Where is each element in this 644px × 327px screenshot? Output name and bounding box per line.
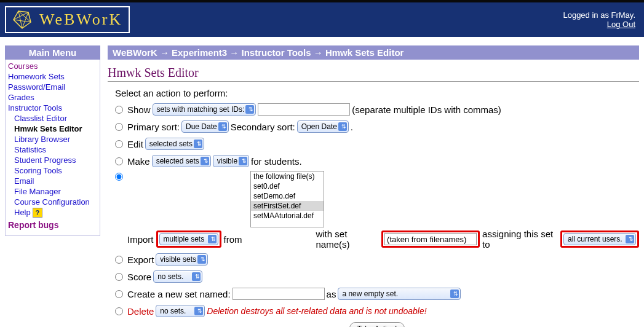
make-sets-select[interactable]: selected sets bbox=[152, 155, 211, 167]
edit-select[interactable]: selected sets bbox=[145, 138, 204, 150]
export-select[interactable]: visible sets bbox=[156, 253, 208, 266]
radio-make[interactable] bbox=[115, 157, 123, 165]
nav-help[interactable]: Help bbox=[8, 207, 31, 218]
radio-import[interactable] bbox=[115, 173, 123, 181]
make-tail: for students. bbox=[251, 156, 302, 167]
radio-score[interactable] bbox=[115, 273, 123, 281]
nav-statistics[interactable]: Statistics bbox=[8, 144, 97, 155]
score-select[interactable]: no sets. bbox=[153, 270, 202, 283]
nav-instructor-tools[interactable]: Instructor Tools bbox=[8, 103, 97, 113]
logout-link[interactable]: Log Out bbox=[607, 20, 635, 29]
logo-text: WeBWorK bbox=[39, 10, 122, 29]
breadcrumb: WeBWorK → Experiment3 → Instructor Tools… bbox=[108, 45, 639, 60]
make-visibility-select[interactable]: visible bbox=[213, 155, 249, 167]
nav-course-config[interactable]: Course Configuration bbox=[8, 197, 97, 207]
logo[interactable]: WeBWorK bbox=[5, 6, 130, 33]
action-prompt: Select an action to perform: bbox=[115, 88, 639, 98]
header: WeBWorK Logged in as FrMay. Log Out bbox=[0, 2, 644, 37]
help-icon[interactable]: ? bbox=[33, 208, 42, 218]
show-ids-input[interactable] bbox=[258, 103, 350, 116]
radio-sort[interactable] bbox=[115, 123, 123, 131]
import-which-select[interactable]: multiple sets bbox=[159, 233, 218, 245]
nav-scoring-tools[interactable]: Scoring Tools bbox=[8, 165, 97, 176]
import-from: from bbox=[224, 234, 242, 245]
nav-file-manager[interactable]: File Manager bbox=[8, 186, 97, 197]
create-as: as bbox=[327, 289, 336, 299]
primary-sort-select[interactable]: Due Date bbox=[181, 120, 229, 133]
nav-courses[interactable]: Courses bbox=[8, 61, 97, 71]
delete-select[interactable]: no sets. bbox=[156, 305, 205, 317]
primary-sort-label: Primary sort: bbox=[127, 122, 180, 132]
export-label: Export bbox=[127, 254, 154, 265]
radio-export[interactable] bbox=[115, 256, 123, 264]
radio-create[interactable] bbox=[115, 290, 123, 298]
import-file-list[interactable]: the following file(s) set0.def setDemo.d… bbox=[250, 171, 324, 227]
list-item[interactable]: setMAAtutorial.def bbox=[251, 211, 324, 221]
secondary-sort-label: Secondary sort: bbox=[231, 122, 295, 132]
edit-label: Edit bbox=[127, 139, 143, 149]
list-item[interactable]: set0.def bbox=[251, 181, 324, 191]
nav-classlist-editor[interactable]: Classlist Editor bbox=[8, 113, 97, 124]
sidebar: Main Menu Courses Homework Sets Password… bbox=[5, 45, 100, 327]
show-select[interactable]: sets with matching set IDs: bbox=[153, 103, 256, 116]
import-assign-select[interactable]: all current users. bbox=[563, 233, 636, 245]
show-hint: (separate multiple IDs with commas) bbox=[352, 104, 501, 115]
list-item[interactable]: setDemo.def bbox=[251, 191, 324, 201]
nav-library-browser[interactable]: Library Browser bbox=[8, 134, 97, 144]
import-label: Import bbox=[127, 234, 154, 245]
radio-delete[interactable] bbox=[115, 307, 123, 315]
nav-homework-sets[interactable]: Homework Sets bbox=[8, 71, 97, 82]
page-title: Hmwk Sets Editor bbox=[108, 63, 639, 82]
take-action-button[interactable]: Take Action! bbox=[349, 322, 405, 327]
import-assign-label: assigning this set to bbox=[482, 229, 558, 250]
import-setnames-label: with set name(s) bbox=[316, 229, 379, 250]
create-type-select[interactable]: a new empty set. bbox=[338, 288, 461, 300]
secondary-sort-select[interactable]: Open Date bbox=[297, 120, 349, 133]
delete-warning: Deletion destroys all set-related data a… bbox=[207, 306, 426, 316]
radio-show[interactable] bbox=[115, 106, 123, 114]
create-name-input[interactable] bbox=[233, 288, 325, 300]
list-item[interactable]: the following file(s) bbox=[251, 171, 324, 181]
nav-email[interactable]: Email bbox=[8, 176, 97, 186]
create-label: Create a new set named: bbox=[127, 289, 231, 299]
nav-student-progress[interactable]: Student Progress bbox=[8, 155, 97, 165]
score-label: Score bbox=[127, 272, 151, 282]
logged-in-text: Logged in as FrMay. bbox=[563, 10, 635, 20]
make-label: Make bbox=[127, 156, 150, 167]
import-setnames-input[interactable] bbox=[384, 233, 477, 245]
list-item[interactable]: setFirstSet.def bbox=[251, 201, 324, 211]
delete-label: Delete bbox=[127, 306, 154, 317]
sidebar-title: Main Menu bbox=[5, 45, 100, 60]
nav-password-email[interactable]: Password/Email bbox=[8, 82, 97, 92]
nav-hmwk-sets-editor[interactable]: Hmwk Sets Editor bbox=[8, 124, 97, 134]
main: WeBWorK → Experiment3 → Instructor Tools… bbox=[108, 45, 639, 327]
nav-grades[interactable]: Grades bbox=[8, 92, 97, 103]
show-label: Show bbox=[127, 104, 151, 115]
nav-report-bugs[interactable]: Report bugs bbox=[8, 219, 97, 230]
radio-edit[interactable] bbox=[115, 140, 123, 148]
